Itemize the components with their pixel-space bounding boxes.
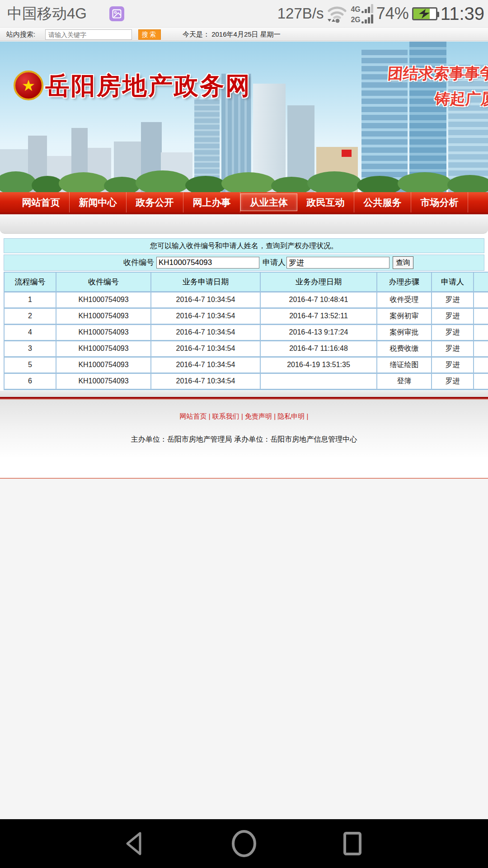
table-row: 5KH10007540932016-4-7 10:34:542016-4-19 … (4, 357, 488, 373)
footer-link[interactable]: 网站首页 (180, 412, 207, 420)
table-cell: 4 (4, 324, 56, 340)
table-cell: 1 (4, 292, 56, 308)
status-bar-right: 127B/s 4G 2G (277, 0, 484, 27)
table-cell: 6 (4, 373, 56, 389)
table-cell: 2 (4, 308, 56, 324)
nav-item-3[interactable]: 政务公开 (127, 192, 183, 212)
sim2-signal: 2G (351, 14, 373, 24)
table-header-cell: 业务申请日期 (151, 272, 260, 292)
table-cell: 2016-4-13 9:17:24 (260, 324, 377, 340)
query-submit-button[interactable]: 查询 (393, 256, 413, 269)
query-form: 收件编号 申请人 查询 (4, 255, 484, 271)
table-header-row: 流程编号收件编号业务申请日期业务办理日期办理步骤申请人 (4, 272, 488, 292)
table-cell: KH1000754093 (56, 357, 151, 373)
table-cell: 罗进 (432, 357, 474, 373)
screenshot-notification-icon (109, 6, 124, 21)
wifi-icon (327, 4, 347, 23)
table-cell (474, 308, 488, 324)
battery-percent: 74% (376, 4, 409, 23)
nav-item-6[interactable]: 政民互动 (297, 192, 354, 212)
table-cell: 缮证绘图 (377, 357, 432, 373)
table-cell (260, 373, 377, 389)
charging-bolt-icon (413, 9, 436, 19)
table-cell: KH1000754093 (56, 308, 151, 324)
table-cell (474, 373, 488, 389)
today-date-text: 今天是： 2016年4月25日 星期一 (183, 28, 281, 41)
table-cell: KH1000754093 (56, 340, 151, 357)
footer-info: 主办单位：岳阳市房地产管理局 承办单位：岳阳市房地产信息管理中心 (0, 435, 488, 444)
home-icon[interactable] (230, 830, 258, 857)
table-cell: 案例审批 (377, 324, 432, 340)
table-cell: KH1000754093 (56, 324, 151, 340)
nav-item-2[interactable]: 新闻中心 (70, 192, 127, 212)
table-row: 3KH10007540932016-4-7 10:34:542016-4-7 1… (4, 340, 488, 357)
table-cell: 5 (4, 357, 56, 373)
table-cell: 收件受理 (377, 292, 432, 308)
site-search-label: 站内搜索: (6, 28, 35, 41)
main-nav: 网站首页新闻中心政务公开网上办事从业主体政民互动公共服务市场分析网 (0, 192, 488, 212)
skyline-building-sign (342, 150, 352, 157)
table-cell: 税费收缴 (377, 340, 432, 357)
sim1-signal: 4G (351, 4, 373, 13)
table-cell: 3 (4, 340, 56, 357)
back-icon[interactable] (121, 830, 148, 857)
table-cell: 罗进 (432, 373, 474, 389)
table-cell (474, 340, 488, 357)
table-cell (474, 357, 488, 373)
dual-sim-signal-icon: 4G 2G (351, 4, 373, 24)
national-emblem-logo: ★ (14, 71, 43, 100)
nav-item-8[interactable]: 市场分析 (411, 192, 468, 212)
footer-link-separator: | (239, 412, 245, 420)
star-icon: ★ (22, 78, 35, 93)
site-search-button[interactable]: 搜索 (138, 29, 161, 40)
table-cell: 2016-4-7 10:34:54 (151, 357, 260, 373)
footer: 网站首页 | 联系我们 | 免责声明 | 隐私申明 | 主办单位：岳阳市房地产管… (0, 400, 488, 478)
table-cell: 登簿 (377, 373, 432, 389)
site-banner: ★ 岳阳房地产政务网 团结求索事事争 铸起广厦 (0, 42, 488, 192)
table-cell: 2016-4-7 10:48:41 (260, 292, 377, 308)
nav-item-5[interactable]: 从业主体 (240, 193, 297, 211)
table-cell: 罗进 (432, 292, 474, 308)
picture-icon (112, 9, 122, 19)
table-cell: 2016-4-7 10:34:54 (151, 308, 260, 324)
receipt-number-input[interactable] (156, 257, 259, 269)
applicant-input[interactable] (286, 257, 389, 269)
table-cell: 2016-4-7 10:34:54 (151, 292, 260, 308)
android-nav-bar (0, 819, 488, 868)
site-search-input[interactable] (45, 29, 132, 40)
footer-links: 网站首页 | 联系我们 | 免责声明 | 隐私申明 | (0, 412, 488, 421)
battery-icon (412, 7, 437, 20)
table-header-cell: 流程编号 (4, 272, 56, 292)
table-cell: 2016-4-7 10:34:54 (151, 373, 260, 389)
table-wrap: 流程编号收件编号业务申请日期业务办理日期办理步骤申请人 1KH100075409… (4, 272, 488, 390)
table-cell: KH1000754093 (56, 373, 151, 389)
table-cell: 罗进 (432, 324, 474, 340)
table-cell (474, 324, 488, 340)
table-row: 2KH10007540932016-4-7 10:34:542016-4-7 1… (4, 308, 488, 324)
table-header-cell: 业务办理日期 (260, 272, 377, 292)
recents-icon[interactable] (339, 830, 366, 857)
footer-link[interactable]: 联系我们 (212, 412, 239, 420)
table-header-cell: 收件编号 (56, 272, 151, 292)
nav-item-9[interactable]: 网 (468, 192, 488, 212)
table-cell: 案例初审 (377, 308, 432, 324)
network-speed: 127B/s (277, 5, 324, 22)
footer-link-separator: | (272, 412, 277, 420)
applicant-label: 申请人 (263, 255, 286, 270)
footer-link[interactable]: 免责声明 (245, 412, 272, 420)
nav-item-1[interactable]: 网站首页 (13, 192, 70, 212)
table-row: 6KH10007540932016-4-7 10:34:54登簿罗进 (4, 373, 488, 389)
table-cell: 罗进 (432, 340, 474, 357)
site-search-row: 站内搜索: 搜索 今天是： 2016年4月25日 星期一 (0, 27, 488, 41)
footer-link[interactable]: 隐私申明 (277, 412, 305, 420)
slogan-line2: 铸起广厦 (385, 89, 488, 109)
nav-item-7[interactable]: 公共服务 (354, 192, 411, 212)
status-table: 流程编号收件编号业务申请日期业务办理日期办理步骤申请人 1KH100075409… (4, 272, 488, 390)
footer-link-separator: | (305, 412, 308, 420)
sim2-network-type: 2G (351, 16, 360, 24)
nav-item-4[interactable]: 网上办事 (183, 192, 240, 212)
skyline-trees (0, 174, 488, 192)
table-bottom-strip (0, 391, 488, 397)
secondary-nav-bar (0, 214, 488, 234)
banner-slogan: 团结求索事事争 铸起广厦 (385, 63, 488, 109)
